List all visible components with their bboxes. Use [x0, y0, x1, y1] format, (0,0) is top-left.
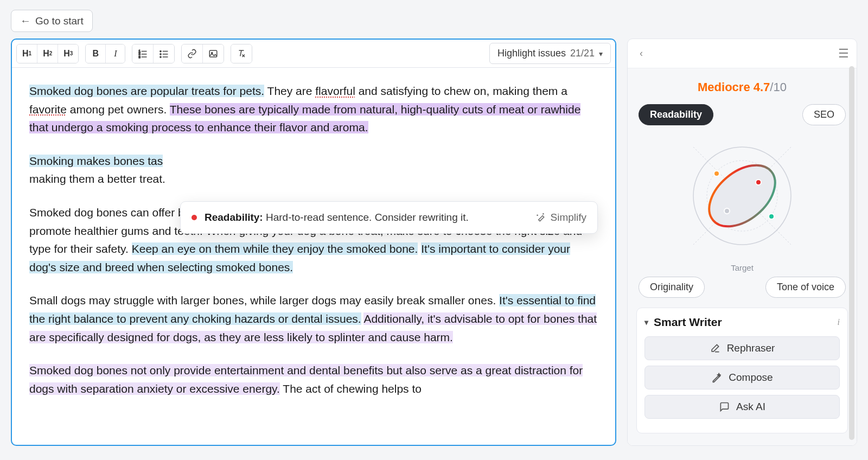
score-value: 4.7	[754, 80, 770, 94]
go-to-start-button[interactable]: ← Go to start	[11, 10, 93, 32]
highlight-issues-count: 21/21	[570, 48, 595, 59]
svg-point-24	[769, 214, 774, 219]
readability-popup: Readability: Hard-to-read sentence. Cons…	[180, 201, 598, 234]
svg-text:3: 3	[139, 55, 141, 58]
highlighted-text: Smoking makes bones tas	[29, 155, 163, 167]
plain-text: The act of chewing helps to	[280, 382, 422, 395]
heading-1-button[interactable]: H1	[17, 44, 37, 63]
simplify-button[interactable]: Simplify	[535, 212, 586, 223]
highlighted-text: Smoked dog bones are popular treats for …	[29, 85, 264, 97]
bold-button[interactable]: B	[86, 44, 105, 63]
link-button[interactable]	[182, 44, 202, 63]
simplify-label: Simplify	[550, 212, 586, 223]
popup-message: Hard-to-read sentence. Consider rewritin…	[266, 212, 469, 223]
go-to-start-label: Go to start	[35, 15, 84, 27]
score-max: /10	[770, 80, 787, 94]
score-display: Mediocre 4.7/10	[636, 80, 848, 94]
arrow-left-icon: ←	[20, 15, 31, 27]
scrollbar[interactable]	[849, 66, 854, 440]
pill-seo[interactable]: SEO	[802, 104, 846, 125]
target-label: Target	[636, 263, 848, 272]
smart-writer-title: Smart Writer	[654, 316, 722, 329]
editor-content[interactable]: Smoked dog bones are popular treats for …	[12, 68, 615, 427]
sidebar-panel: ‹ ☰ Mediocre 4.7/10 Readability SEO	[627, 39, 857, 446]
severity-dot-icon	[192, 215, 197, 220]
chevron-down-icon: ▾	[599, 49, 603, 58]
pill-originality[interactable]: Originality	[639, 277, 705, 298]
plain-text: making them a better treat.	[29, 173, 165, 185]
highlight-issues-dropdown[interactable]: Highlight issues 21/21 ▾	[489, 43, 611, 64]
heading-3-button[interactable]: H3	[58, 44, 78, 63]
ordered-list-button[interactable]: 123	[132, 44, 153, 63]
sidebar-menu-button[interactable]: ☰	[838, 47, 849, 61]
spelling-error[interactable]: flavorful	[315, 85, 355, 97]
rephraser-label: Rephraser	[727, 342, 775, 354]
ask-ai-label: Ask AI	[736, 401, 765, 413]
svg-rect-12	[210, 50, 218, 57]
ask-ai-button[interactable]: Ask AI	[644, 395, 840, 419]
svg-point-8	[160, 53, 161, 54]
image-button[interactable]	[202, 44, 224, 63]
plain-text: and satisfying to chew on, making them a	[355, 85, 567, 97]
svg-point-23	[756, 180, 761, 185]
svg-point-10	[160, 56, 161, 57]
compose-label: Compose	[729, 372, 773, 384]
pill-tone[interactable]: Tone of voice	[765, 277, 846, 298]
svg-point-21	[698, 153, 787, 238]
radar-chart	[636, 131, 848, 261]
highlight-issues-label: Highlight issues	[497, 48, 566, 59]
sparkle-pen-icon	[711, 372, 722, 383]
wand-icon	[535, 212, 546, 223]
svg-point-22	[714, 171, 719, 176]
clear-formatting-button[interactable]	[231, 44, 252, 63]
score-label: Mediocre	[698, 80, 750, 94]
chevron-down-icon[interactable]: ▾	[644, 318, 648, 327]
heading-2-button[interactable]: H2	[37, 44, 58, 63]
popup-category-label: Readability:	[205, 212, 263, 223]
editor-panel: H1 H2 H3 B I 123	[11, 39, 616, 446]
pill-readability[interactable]: Readability	[639, 104, 713, 125]
svg-point-6	[160, 50, 161, 52]
plain-text: Small dogs may struggle with larger bone…	[29, 294, 499, 306]
unordered-list-button[interactable]	[153, 44, 174, 63]
rephraser-button[interactable]: Rephraser	[644, 336, 840, 360]
plain-text: They are	[264, 85, 315, 97]
italic-button[interactable]: I	[105, 44, 125, 63]
highlighted-text: Keep an eye on them while they enjoy the…	[132, 242, 418, 255]
editor-toolbar: H1 H2 H3 B I 123	[12, 40, 615, 68]
plain-text: among pet owners.	[67, 103, 170, 116]
edit-icon	[710, 343, 720, 354]
svg-point-25	[724, 208, 730, 214]
smart-writer-panel: ▾ Smart Writer i Rephraser Compose Ask A…	[636, 308, 848, 433]
chat-icon	[719, 401, 730, 412]
sidebar-back-button[interactable]: ‹	[635, 44, 647, 62]
spelling-error[interactable]: favorite	[29, 103, 67, 116]
info-icon[interactable]: i	[838, 317, 840, 327]
compose-button[interactable]: Compose	[644, 366, 840, 389]
